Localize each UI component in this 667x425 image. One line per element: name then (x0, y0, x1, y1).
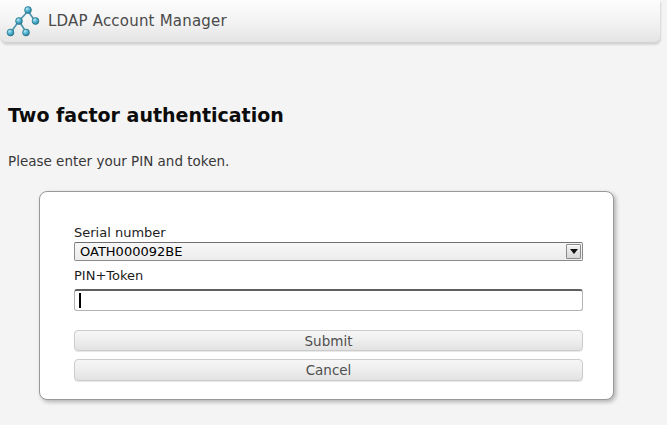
app-header: LDAP Account Manager (0, 0, 660, 43)
app-title: LDAP Account Manager (48, 12, 227, 30)
page-title: Two factor authentication (8, 104, 659, 126)
lam-tree-logo-icon (5, 3, 41, 39)
instruction-text: Please enter your PIN and token. (8, 153, 659, 169)
chevron-down-icon[interactable] (566, 244, 581, 259)
text-caret (79, 293, 81, 308)
pin-token-input[interactable] (74, 289, 583, 311)
cancel-button[interactable]: Cancel (74, 359, 583, 381)
pin-token-label: PIN+Token (74, 268, 583, 283)
pin-token-input-wrap (74, 289, 583, 311)
serial-number-select[interactable]: OATH000092BE (74, 242, 583, 261)
submit-button[interactable]: Submit (74, 330, 583, 351)
serial-number-selected-value: OATH000092BE (80, 243, 182, 260)
serial-number-label: Serial number (74, 225, 583, 240)
main-content: Two factor authentication Please enter y… (0, 104, 667, 400)
two-factor-panel: Serial number OATH000092BE PIN+Token Sub… (39, 191, 614, 400)
